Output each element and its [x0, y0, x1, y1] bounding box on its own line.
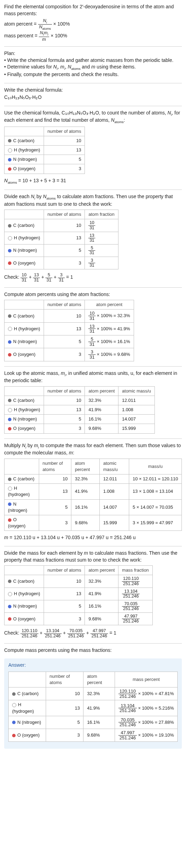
- intro-block: Find the elemental composition for 2'-de…: [4, 3, 182, 41]
- carbon-dot-icon: [8, 139, 11, 142]
- nitrogen-dot-icon: [8, 249, 11, 252]
- nitrogen-dot-icon: [8, 158, 11, 161]
- mass-percent-formula: mass percent = Nimi m × 100%: [4, 30, 182, 41]
- table-row: O (oxygen)39.68%15.9993 × 15.999 = 47.99…: [5, 515, 182, 531]
- atomfrac-check: Check: 1031 + 1331 + 531 + 331 = 1: [4, 273, 182, 282]
- mass-percent-label: mass percent =: [4, 33, 37, 38]
- formula-block: Write the chemical formula: C₁₀H₁₃N₅O₃·H…: [4, 87, 182, 101]
- answer-box: Answer: number of atomsatom percentmass …: [4, 658, 182, 749]
- oxygen-dot-icon: [8, 353, 11, 357]
- table-row: N (nitrogen)5: [5, 155, 85, 164]
- separator: [4, 190, 182, 190]
- massfrac-check: Check: 120.110251.246 + 13.104251.246 + …: [4, 629, 182, 638]
- masspct-lead: Compute mass percents using the mass fra…: [4, 647, 182, 654]
- carbon-dot-icon: [12, 692, 16, 696]
- plan-item-3: • Finally, compute the percents and chec…: [4, 71, 182, 78]
- separator: [4, 643, 182, 644]
- formula-lead: Write the chemical formula:: [4, 87, 182, 94]
- table-row: C (carbon)1032.3%120.110251.246: [5, 575, 153, 588]
- hydrogen-dot-icon: [8, 408, 12, 412]
- mass-fraction-table: number of atomsatom percentmass fraction…: [4, 565, 153, 625]
- nitrogen-dot-icon: [8, 418, 11, 421]
- molmass-sum: m = 120.110 u + 13.104 u + 70.035 u + 47…: [4, 534, 182, 541]
- count-lead: Use the chemical formula, C₁₀H₁₃N₅O₃·H₂O…: [4, 110, 182, 124]
- separator: [4, 106, 182, 106]
- chemical-formula: C₁₀H₁₃N₅O₃·H₂O: [4, 94, 182, 101]
- separator: [4, 546, 182, 546]
- table-row: O (oxygen)39.68%15.999: [5, 424, 155, 433]
- table-header-row: number of atomsatom fraction: [5, 210, 118, 219]
- carbon-dot-icon: [8, 314, 11, 318]
- intro-text: Find the elemental composition for 2'-de…: [4, 3, 182, 17]
- molecular-mass-table: number of atomsatom percentatomic mass/u…: [4, 459, 182, 531]
- table-row: H (hydrogen)131331: [5, 232, 118, 244]
- table-header-row: number of atomsatom percentmass percent: [9, 672, 178, 687]
- table-row: C (carbon)1032.3%120.110251.246 × 100% =…: [9, 687, 178, 700]
- separator: [4, 366, 182, 367]
- mass-percent-lead-block: Compute mass percents using the mass fra…: [4, 647, 182, 654]
- plan-item-2: • Determine values for Ni, mi, Natoms an…: [4, 64, 182, 71]
- table-header-row: number of atomsatom percent: [5, 300, 134, 310]
- table-row: N (nitrogen)516.1%14.0075 × 14.007 = 70.…: [5, 499, 182, 515]
- masses-lead: Look up the atomic mass, mi, in unified …: [4, 370, 182, 384]
- atom-percent-fraction: Ni Natoms: [38, 18, 52, 30]
- nitrogen-dot-icon: [12, 721, 16, 724]
- mass-percent-rhs: × 100%: [51, 33, 67, 38]
- answer-title: Answer:: [8, 662, 178, 669]
- oxygen-dot-icon: [8, 518, 11, 522]
- atom-count-sum: Natoms = 10 + 13 + 5 + 3 = 31: [4, 177, 182, 185]
- col-number-of-atoms: number of atoms: [44, 127, 85, 136]
- table-row: O (oxygen)39.68%47.997251.246: [5, 613, 153, 625]
- table-header-row: number of atomsatom percentatomic mass/u: [5, 386, 155, 396]
- massfrac-lead: Divide the mass for each element by m to…: [4, 550, 182, 563]
- oxygen-dot-icon: [8, 167, 11, 171]
- hydrogen-dot-icon: [12, 703, 16, 707]
- atom-fraction-block: Divide each Ni by Natoms to calculate at…: [4, 193, 182, 283]
- table-row: C (carbon)1032.3%12.011: [5, 396, 155, 405]
- plan-block: Plan: • Write the chemical formula and g…: [4, 50, 182, 78]
- carbon-dot-icon: [8, 580, 11, 583]
- separator: [4, 438, 182, 439]
- table-row: N (nitrogen)516.1%70.035251.246 × 100% =…: [9, 716, 178, 729]
- atom-percent-formula: atom percent = Ni Natoms × 100%: [4, 18, 182, 30]
- table-row: H (hydrogen)1341.9%1.00813 × 1.008 = 13.…: [5, 484, 182, 499]
- oxygen-dot-icon: [8, 427, 11, 431]
- table-row: C (carbon)101031: [5, 219, 118, 232]
- table-row: O (oxygen)3331 × 100% = 9.68%: [5, 348, 134, 361]
- hydrogen-dot-icon: [8, 327, 12, 331]
- carbon-dot-icon: [8, 224, 11, 228]
- table-row: H (hydrogen)131331 × 100% = 41.9%: [5, 322, 134, 335]
- atom-percent-block: Compute atom percents using the atom fra…: [4, 291, 182, 361]
- table-row: H (hydrogen)13: [5, 146, 85, 155]
- table-row: H (hydrogen)1341.9%13.104251.246 × 100% …: [9, 700, 178, 716]
- molmass-lead: Multiply Ni by mi to compute the mass fo…: [4, 442, 182, 456]
- table-row: H (hydrogen)1341.9%13.104251.246: [5, 588, 153, 600]
- oxygen-dot-icon: [8, 261, 11, 265]
- table-row: C (carbon)101031 × 100% = 32.3%: [5, 310, 134, 322]
- carbon-dot-icon: [8, 478, 11, 481]
- table-row: O (oxygen)39.68%47.997251.246 × 100% = 1…: [9, 729, 178, 742]
- nitrogen-dot-icon: [8, 502, 11, 506]
- mass-fraction-block: Divide the mass for each element by m to…: [4, 550, 182, 638]
- atom-percent-table: number of atomsatom percent C (carbon)10…: [4, 300, 134, 361]
- hydrogen-dot-icon: [8, 236, 12, 240]
- table-row: N (nitrogen)516.1%14.007: [5, 415, 155, 424]
- table-row: O (oxygen)3: [5, 164, 85, 174]
- hydrogen-dot-icon: [8, 592, 12, 596]
- table-row: N (nitrogen)516.1%70.035251.246: [5, 600, 153, 612]
- atomfrac-lead: Divide each Ni by Natoms to calculate at…: [4, 193, 182, 207]
- nitrogen-dot-icon: [8, 340, 11, 344]
- answer-table: number of atomsatom percentmass percent …: [8, 672, 178, 742]
- table-row: N (nitrogen)5531 × 100% = 16.1%: [5, 335, 134, 348]
- atom-percent-rhs: × 100%: [53, 21, 70, 27]
- atom-percent-label: atom percent =: [4, 21, 37, 27]
- table-row: N (nitrogen)5531: [5, 244, 118, 257]
- separator: [4, 83, 182, 83]
- atomic-mass-table: number of atomsatom percentatomic mass/u…: [4, 386, 155, 434]
- nitrogen-dot-icon: [8, 605, 11, 608]
- plan-item-1: • Write the chemical formula and gather …: [4, 57, 182, 64]
- atomic-mass-block: Look up the atomic mass, mi, in unified …: [4, 370, 182, 434]
- table-row: C (carbon)1032.3%12.01110 × 12.011 = 120…: [5, 474, 182, 484]
- plan-title: Plan:: [4, 50, 182, 57]
- separator: [4, 287, 182, 288]
